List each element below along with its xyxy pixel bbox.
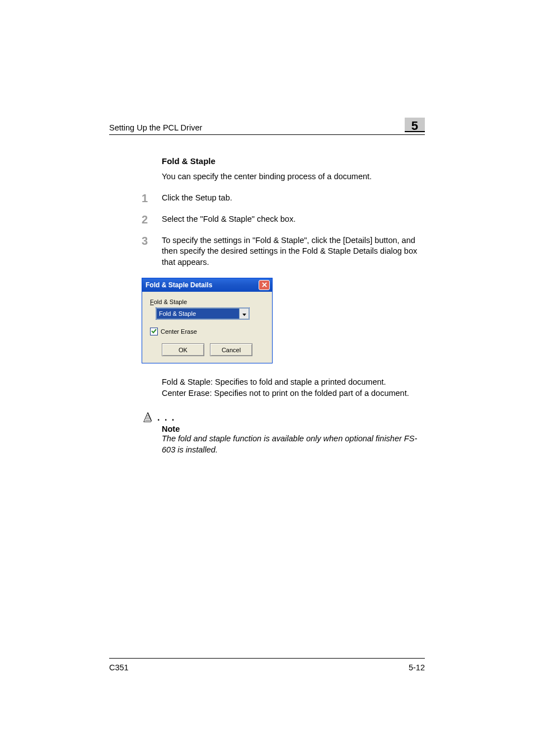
note-text: The fold and staple function is availabl… [162, 433, 425, 455]
fold-staple-select[interactable]: Fold & Staple [156, 307, 250, 320]
step-text: To specify the settings in "Fold & Stapl… [162, 235, 425, 268]
section-title: Fold & Staple [162, 156, 425, 166]
fold-staple-label: Fold & Staple [150, 298, 264, 305]
page-footer: C351 5-12 [109, 658, 425, 672]
step-item: 2 Select the "Fold & Staple" check box. [162, 214, 425, 225]
close-icon [262, 281, 267, 289]
note-label: Note [162, 424, 425, 433]
cancel-button[interactable]: Cancel [210, 343, 252, 356]
header-title: Setting Up the PCL Driver [109, 123, 202, 132]
note-icon [142, 411, 154, 423]
fold-staple-dialog: Fold & Staple Details Fold & Staple Fold… [142, 278, 273, 363]
dialog-title-text: Fold & Staple Details [146, 281, 212, 289]
steps-list: 1 Click the Setup tab. 2 Select the "Fol… [162, 193, 425, 268]
check-icon [151, 328, 157, 335]
dialog-button-row: OK Cancel [150, 343, 264, 356]
footer-model: C351 [109, 663, 129, 672]
label-accel: C [161, 328, 165, 335]
step-text: Click the Setup tab. [162, 193, 232, 204]
step-item: 1 Click the Setup tab. [162, 193, 425, 204]
step-number: 2 [142, 214, 162, 225]
step-number: 3 [142, 235, 162, 268]
dialog-titlebar: Fold & Staple Details [142, 278, 272, 292]
note-block: . . . Note The fold and staple function … [142, 411, 425, 455]
label-rest: old & Staple [154, 298, 187, 305]
close-button[interactable] [259, 280, 270, 290]
step-number: 1 [142, 193, 162, 204]
select-dropdown-button[interactable] [239, 308, 249, 319]
definitions-block: Fold & Staple: Specifies to fold and sta… [162, 377, 425, 399]
center-erase-checkbox[interactable] [150, 328, 158, 335]
select-value: Fold & Staple [156, 308, 239, 319]
ok-button[interactable]: OK [162, 343, 204, 356]
label-accel: F [150, 298, 154, 305]
definition-line: Center Erase: Specifies not to print on … [162, 388, 425, 399]
note-dots: . . . [157, 413, 175, 423]
chevron-down-icon [242, 309, 246, 319]
step-text: Select the "Fold & Staple" check box. [162, 214, 296, 225]
definition-line: Fold & Staple: Specifies to fold and sta… [162, 377, 425, 388]
dialog-body: Fold & Staple Fold & Staple [142, 292, 272, 363]
footer-page: 5-12 [409, 663, 425, 672]
step-item: 3 To specify the settings in "Fold & Sta… [162, 235, 425, 268]
label-rest: enter Erase [165, 328, 197, 335]
center-erase-label: Center Erase [161, 328, 197, 335]
center-erase-row: Center Erase [150, 328, 264, 335]
chapter-number: 5 [411, 119, 418, 133]
note-header: . . . [142, 411, 425, 423]
chapter-badge: 5 [405, 118, 425, 132]
page-header: Setting Up the PCL Driver 5 [109, 118, 425, 135]
section-intro: You can specify the center binding proce… [162, 171, 425, 183]
